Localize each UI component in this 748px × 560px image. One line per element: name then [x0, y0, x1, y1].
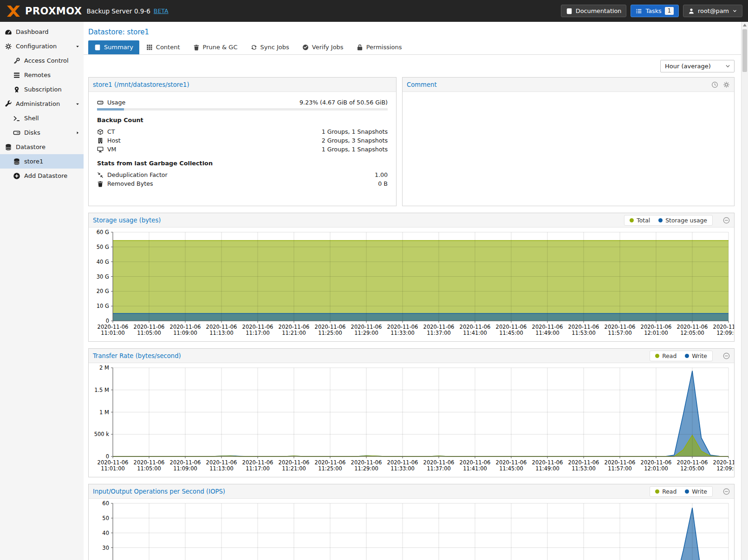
tasks-label: Tasks [645, 7, 661, 14]
transfer-rate-chart: 0500 k1 M1.5 M2 M2020-11-0611:01:002020-… [89, 363, 734, 477]
sidebar-item-label: Subscription [24, 86, 62, 93]
clock-icon[interactable] [711, 81, 718, 88]
building-icon [97, 137, 104, 144]
legend-item-read[interactable]: Read [655, 352, 676, 359]
desktop-icon [97, 146, 104, 153]
collapse-icon[interactable] [723, 488, 730, 495]
chevron-down-icon [725, 63, 731, 69]
documentation-button[interactable]: Documentation [561, 5, 627, 17]
scrollbar-thumb[interactable] [742, 29, 747, 72]
storage-usage-panel: Storage usage (bytes) Total Storage usag… [88, 213, 735, 342]
gear-icon[interactable] [723, 81, 730, 88]
compress-icon [97, 172, 104, 178]
tab-permissions[interactable]: Permissions [351, 40, 408, 54]
user-menu-button[interactable]: root@pam [683, 5, 742, 17]
svg-text:60: 60 [102, 500, 109, 507]
legend-label: Storage usage [665, 217, 707, 224]
timeframe-value: Hour (average) [665, 63, 711, 70]
svg-text:0: 0 [106, 453, 109, 460]
legend-dot [685, 489, 689, 494]
sidebar-item-label: Dashboard [16, 28, 49, 35]
svg-text:11:17:00: 11:17:00 [246, 465, 270, 472]
legend-item-write[interactable]: Write [685, 488, 707, 495]
svg-text:40: 40 [102, 530, 109, 536]
sidebar-item-store1[interactable]: store1 [0, 154, 84, 169]
timeframe-select[interactable]: Hour (average) [660, 60, 735, 72]
legend: Total Storage usage [624, 215, 713, 226]
svg-text:60 G: 60 G [97, 229, 109, 235]
svg-text:11:13:00: 11:13:00 [209, 465, 234, 472]
svg-text:40 G: 40 G [97, 259, 109, 265]
svg-text:11:01:00: 11:01:00 [101, 330, 125, 336]
svg-text:2020-11-06: 2020-11-06 [351, 459, 382, 466]
summary-panel-body: Usage 9.23% (4.67 GiB of 50.56 GiB) Back… [89, 92, 396, 194]
legend-label: Read [662, 488, 676, 495]
tab-sync-jobs[interactable]: Sync Jobs [245, 40, 295, 54]
tab-verify-jobs[interactable]: Verify Jobs [296, 40, 350, 54]
svg-text:2020-11-06: 2020-11-06 [605, 459, 636, 466]
sidebar-item-label: Shell [24, 115, 39, 122]
check-circle-icon [302, 44, 309, 51]
svg-text:2020-11-06: 2020-11-06 [387, 459, 418, 466]
sidebar-item-shell[interactable]: Shell [0, 111, 84, 125]
sidebar-item-access-control[interactable]: Access Control [0, 53, 84, 68]
sidebar-item-dashboard[interactable]: Dashboard [0, 25, 84, 39]
main-content: Datastore: store1 Summary Content Prune … [84, 22, 741, 560]
gc-stats-heading: Stats from last Garbage Collection [97, 160, 388, 167]
beta-link[interactable]: BETA [154, 7, 169, 14]
tab-summary[interactable]: Summary [88, 40, 139, 54]
svg-text:2 M: 2 M [99, 365, 109, 371]
svg-text:2020-11-06: 2020-11-06 [387, 324, 418, 330]
terminal-icon [13, 115, 20, 122]
iops-chart: 01020304050602020-11-0611:01:002020-11-0… [89, 499, 734, 560]
tab-prune-gc[interactable]: Prune & GC [187, 40, 244, 54]
legend-item-write[interactable]: Write [685, 352, 707, 359]
sidebar-item-subscription[interactable]: Subscription [0, 82, 84, 97]
svg-text:0: 0 [106, 318, 109, 324]
tasks-button[interactable]: Tasks 1 [631, 5, 679, 17]
tab-content[interactable]: Content [140, 40, 186, 54]
svg-text:11:21:00: 11:21:00 [282, 330, 306, 336]
sidebar-item-configuration[interactable]: Configuration [0, 39, 84, 53]
usage-progress-fill [97, 108, 124, 111]
legend-item-total[interactable]: Total [630, 217, 650, 224]
transfer-rate-title: Transfer Rate (bytes/second) [93, 352, 181, 359]
host-count-row: Host 2 Groups, 3 Snapshots [97, 136, 388, 145]
proxmox-x-icon [6, 5, 21, 17]
legend-dot [630, 218, 634, 222]
collapse-icon[interactable] [723, 352, 730, 359]
svg-text:2020-11-06: 2020-11-06 [568, 459, 599, 466]
svg-text:11:49:00: 11:49:00 [535, 465, 559, 472]
svg-text:11:29:00: 11:29:00 [354, 330, 378, 336]
sidebar-item-administration[interactable]: Administration [0, 97, 84, 111]
sidebar-item-remotes[interactable]: Remotes [0, 68, 84, 82]
legend-label: Total [637, 217, 650, 224]
svg-text:50 G: 50 G [97, 244, 109, 250]
cube-icon [97, 129, 104, 135]
chevron-right-icon[interactable] [75, 130, 80, 135]
book-icon [566, 8, 572, 14]
svg-text:2020-11-06: 2020-11-06 [713, 324, 734, 330]
chevron-down-icon[interactable] [75, 102, 80, 106]
database-icon [5, 143, 12, 151]
sidebar-item-disks[interactable]: Disks [0, 125, 84, 140]
sidebar-item-datastore[interactable]: Datastore [0, 140, 84, 154]
product-name: Backup Server 0.9-6 [87, 7, 150, 15]
legend-item-read[interactable]: Read [655, 488, 676, 495]
collapse-icon[interactable] [723, 217, 730, 224]
svg-text:11:57:00: 11:57:00 [608, 330, 632, 336]
chevron-down-icon[interactable] [75, 44, 80, 49]
award-icon [13, 86, 20, 93]
svg-text:2020-11-06: 2020-11-06 [713, 459, 734, 466]
gear-icon [5, 43, 12, 50]
scroll-up-button[interactable] [743, 24, 747, 26]
vertical-scrollbar[interactable] [741, 22, 748, 560]
tab-label: Summary [104, 44, 133, 51]
svg-text:11:01:00: 11:01:00 [101, 465, 125, 472]
removed-label: Removed Bytes [107, 180, 153, 187]
legend: Read Write [650, 486, 713, 497]
sidebar-item-label: Configuration [16, 43, 57, 50]
legend-item-storage-usage[interactable]: Storage usage [658, 217, 707, 224]
proxmox-backup-server-app: PROXMOX Backup Server 0.9-6 BETA Documen… [0, 0, 748, 560]
sidebar-item-add-datastore[interactable]: Add Datastore [0, 169, 84, 183]
